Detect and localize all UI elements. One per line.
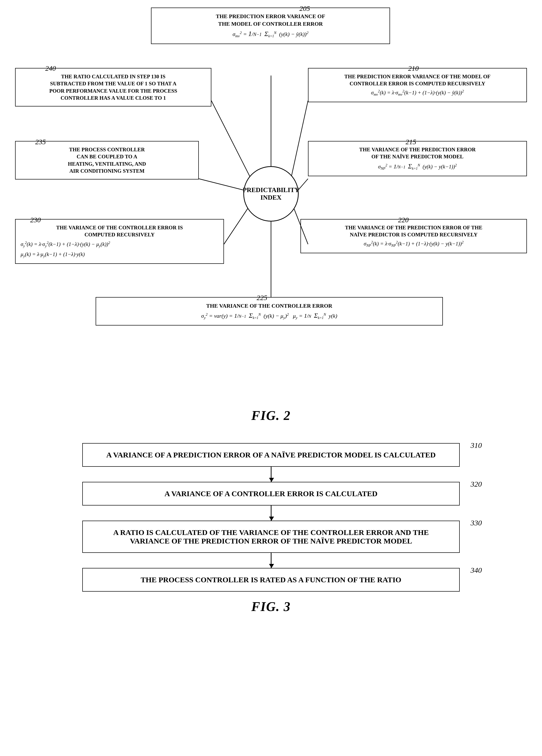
arrow-2 bbox=[271, 506, 271, 521]
box-310: A VARIANCE OF A PREDICTION ERROR OF A NA… bbox=[82, 443, 460, 467]
svg-line-2 bbox=[298, 179, 308, 190]
fig2-section: THE PREDICTION ERROR VARIANCE OFTHE MODE… bbox=[0, 0, 542, 428]
svg-line-1 bbox=[290, 101, 308, 180]
box-205-title: THE PREDICTION ERROR VARIANCE OFTHE MODE… bbox=[157, 13, 384, 27]
arrow-1 bbox=[271, 467, 271, 482]
box-230: THE VARIANCE OF THE CONTROLLER ERROR ISC… bbox=[15, 219, 224, 264]
svg-line-7 bbox=[211, 101, 252, 180]
box-230-formula2: μy(k) = λ·μy(k−1) + (1−λ)·y(k) bbox=[21, 251, 219, 259]
svg-line-5 bbox=[224, 206, 249, 244]
box-215-title: THE VARIANCE OF THE PREDICTION ERROROF T… bbox=[313, 146, 521, 160]
ref-240: 240 bbox=[45, 64, 56, 73]
box-215: THE VARIANCE OF THE PREDICTION ERROROF T… bbox=[308, 141, 527, 176]
ref-330: 330 bbox=[470, 519, 482, 527]
box-215-formula: σNP2 = 1/N−1 Σk=1N (y(k) − y(k−1))2 bbox=[313, 162, 521, 171]
box-220-title: THE VARIANCE OF THE PREDICTION ERROR OF … bbox=[306, 224, 521, 238]
box-230-formula1: σy2(k) = λ·σy2(k−1) + (1−λ)·(y(k) − μy(k… bbox=[21, 240, 219, 249]
fig3-title: FIG. 3 bbox=[30, 599, 512, 614]
flowchart: A VARIANCE OF A PREDICTION ERROR OF A NA… bbox=[30, 443, 512, 592]
ref-340: 340 bbox=[470, 566, 482, 574]
fig3-section: A VARIANCE OF A PREDICTION ERROR OF A NA… bbox=[0, 433, 542, 624]
ref-235: 235 bbox=[35, 138, 46, 146]
center-circle: PREDICTABILITYINDEX bbox=[243, 166, 299, 222]
box-210-title: THE PREDICTION ERROR VARIANCE OF THE MOD… bbox=[313, 73, 521, 87]
box-225-title: THE VARIANCE OF THE CONTROLLER ERROR bbox=[101, 302, 437, 310]
ref-210: 210 bbox=[408, 64, 419, 73]
ref-310: 310 bbox=[470, 441, 482, 450]
box-330: A RATIO IS CALCULATED OF THE VARIANCE OF… bbox=[82, 521, 460, 553]
arrow-3 bbox=[271, 553, 271, 568]
box-210-formula: σmv2(k) = λ·σmv2(k−1) + (1−λ)·(y(k) − ŷ(… bbox=[313, 89, 521, 97]
ref-230: 230 bbox=[30, 216, 41, 224]
center-label: PREDICTABILITYINDEX bbox=[243, 186, 299, 201]
box-225-formula: σy2 = var(y) = 1/N−1 Σk=1N (y(k) − μy)2 … bbox=[101, 311, 437, 320]
ref-320: 320 bbox=[470, 480, 482, 488]
box-210: THE PREDICTION ERROR VARIANCE OF THE MOD… bbox=[308, 68, 527, 102]
box-320: A VARIANCE OF A CONTROLLER ERROR IS CALC… bbox=[82, 482, 460, 506]
box-205-formula: σmv2 = 1/N−1 Σk=1N (y(k) − ŷ(k))2 bbox=[157, 29, 384, 39]
box-235-title: THE PROCESS CONTROLLERCAN BE COUPLED TO … bbox=[21, 146, 193, 174]
ref-205: 205 bbox=[299, 5, 310, 13]
box-240: THE RATIO CALCULATED IN STEP 130 ISSUBTR… bbox=[15, 68, 211, 106]
box-225: THE VARIANCE OF THE CONTROLLER ERROR σy2… bbox=[96, 297, 443, 326]
box-340: THE PROCESS CONTROLLER IS RATED AS A FUN… bbox=[82, 568, 460, 592]
box-220: THE VARIANCE OF THE PREDICTION ERROR OF … bbox=[300, 219, 527, 253]
box-205: THE PREDICTION ERROR VARIANCE OFTHE MODE… bbox=[151, 8, 390, 44]
ref-225: 225 bbox=[257, 294, 267, 302]
box-220-formula: σNP2(k) = λ·σNP2(k−1) + (1−λ)·(y(k) − y(… bbox=[306, 240, 521, 248]
ref-215: 215 bbox=[406, 138, 416, 146]
svg-line-6 bbox=[199, 179, 244, 190]
ref-220: 220 bbox=[398, 216, 409, 224]
box-230-title: THE VARIANCE OF THE CONTROLLER ERROR ISC… bbox=[21, 224, 219, 238]
fig2-title: FIG. 2 bbox=[0, 408, 542, 423]
box-235: THE PROCESS CONTROLLERCAN BE COUPLED TO … bbox=[15, 141, 199, 179]
box-240-title: THE RATIO CALCULATED IN STEP 130 ISSUBTR… bbox=[21, 73, 206, 101]
